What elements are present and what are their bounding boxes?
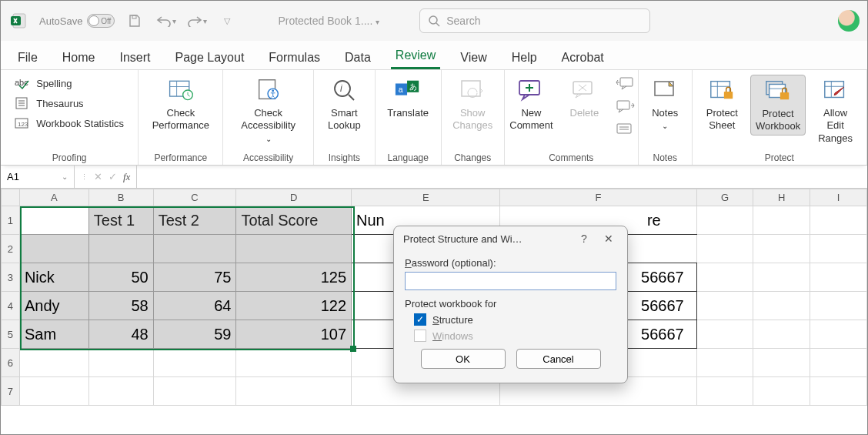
cell[interactable] <box>88 377 153 406</box>
autosave-toggle[interactable]: AutoSave Off <box>39 14 115 28</box>
cell[interactable] <box>753 292 810 320</box>
filename[interactable]: Protected Book 1.... ▾ <box>278 15 379 27</box>
cell[interactable]: 50 <box>88 263 153 292</box>
cell[interactable] <box>236 235 352 263</box>
password-input[interactable] <box>405 272 616 290</box>
cell[interactable] <box>753 263 810 292</box>
cell[interactable]: Nick <box>19 263 88 292</box>
cell[interactable] <box>696 320 753 349</box>
cell[interactable]: 59 <box>153 320 236 349</box>
col-header[interactable]: G <box>696 189 753 206</box>
cancel-button[interactable]: Cancel <box>516 349 601 369</box>
cell[interactable] <box>753 349 810 377</box>
cell[interactable]: Test 1 <box>88 206 153 235</box>
cell[interactable] <box>236 377 352 406</box>
tab-formulas[interactable]: Formulas <box>264 46 325 69</box>
cell[interactable]: 58 <box>88 292 153 320</box>
show-comments-button[interactable] <box>614 121 637 138</box>
cell[interactable] <box>753 206 810 235</box>
cell[interactable] <box>696 349 753 377</box>
cell[interactable] <box>753 377 810 406</box>
row-header[interactable]: 1 <box>2 206 20 235</box>
translate-button[interactable]: aあ Translate <box>382 75 433 121</box>
dialog-help-button[interactable]: ? <box>575 233 593 245</box>
cancel-formula-icon[interactable]: ✕ <box>94 171 102 182</box>
smart-lookup-button[interactable]: i Smart Lookup <box>323 75 366 134</box>
cell[interactable]: 125 <box>236 263 352 292</box>
cell[interactable] <box>810 292 867 320</box>
search-box[interactable]: Search <box>419 8 650 33</box>
spelling-button[interactable]: abcSpelling <box>13 75 73 92</box>
tab-page-layout[interactable]: Page Layout <box>170 46 249 69</box>
cell[interactable] <box>753 320 810 349</box>
row-header[interactable]: 7 <box>2 377 20 406</box>
cell[interactable] <box>236 349 352 377</box>
cell[interactable] <box>810 235 867 263</box>
user-avatar[interactable] <box>838 10 860 32</box>
row-header[interactable]: 3 <box>2 263 20 292</box>
cell[interactable] <box>696 263 753 292</box>
col-header[interactable]: E <box>352 189 500 206</box>
col-header[interactable]: F <box>500 189 696 206</box>
col-header[interactable]: A <box>19 189 88 206</box>
tab-acrobat[interactable]: Acrobat <box>557 46 609 69</box>
cell[interactable] <box>19 377 88 406</box>
row-header[interactable]: 6 <box>2 349 20 377</box>
tab-data[interactable]: Data <box>340 46 376 69</box>
cell[interactable] <box>696 206 753 235</box>
cell[interactable]: 64 <box>153 292 236 320</box>
cell[interactable] <box>810 377 867 406</box>
cell[interactable] <box>19 349 88 377</box>
check-performance-button[interactable]: Check Performance <box>148 75 214 134</box>
cell[interactable] <box>153 377 236 406</box>
cell[interactable] <box>753 235 810 263</box>
qat-overflow[interactable]: ▽ <box>216 10 238 32</box>
col-header[interactable]: I <box>810 189 867 206</box>
cell[interactable] <box>810 320 867 349</box>
undo-icon[interactable]: ▾ <box>155 10 176 32</box>
fx-icon[interactable]: fx <box>123 171 130 183</box>
protect-sheet-button[interactable]: Protect Sheet <box>702 75 743 134</box>
allow-edit-ranges-button[interactable]: Allow Edit Ranges <box>813 75 857 146</box>
dialog-close-button[interactable]: ✕ <box>599 233 618 245</box>
cell[interactable] <box>696 292 753 320</box>
toggle-switch[interactable]: Off <box>87 14 115 28</box>
protect-workbook-button[interactable]: Protect Workbook <box>750 75 806 136</box>
redo-icon[interactable]: ▾ <box>185 10 207 32</box>
prev-comment-button[interactable] <box>614 75 637 92</box>
col-header[interactable]: H <box>753 189 810 206</box>
cell[interactable]: Test 2 <box>153 206 236 235</box>
cell[interactable]: 107 <box>236 320 352 349</box>
cell[interactable] <box>19 206 88 235</box>
thesaurus-button[interactable]: Thesaurus <box>13 95 85 112</box>
next-comment-button[interactable] <box>614 98 637 115</box>
cell[interactable] <box>696 377 753 406</box>
ok-button[interactable]: OK <box>421 349 506 369</box>
tab-home[interactable]: Home <box>58 46 100 69</box>
tab-review[interactable]: Review <box>391 44 440 69</box>
cell[interactable]: 48 <box>88 320 153 349</box>
row-header[interactable]: 4 <box>2 292 20 320</box>
cell[interactable]: 122 <box>236 292 352 320</box>
name-box[interactable]: A1⌄ <box>1 166 75 188</box>
structure-checkbox[interactable]: ✓ Structure <box>414 313 616 326</box>
cell[interactable] <box>810 206 867 235</box>
cell[interactable]: 75 <box>153 263 236 292</box>
cell[interactable]: Sam <box>19 320 88 349</box>
enter-formula-icon[interactable]: ✓ <box>108 171 117 182</box>
select-all-corner[interactable] <box>2 189 20 206</box>
tab-help[interactable]: Help <box>507 46 542 69</box>
workbook-statistics-button[interactable]: 123Workbook Statistics <box>13 115 125 132</box>
notes-button[interactable]: Notes⌄ <box>646 75 683 134</box>
check-accessibility-button[interactable]: Check Accessibility ⌄ <box>232 75 304 146</box>
cell[interactable] <box>19 235 88 263</box>
tab-insert[interactable]: Insert <box>115 46 155 69</box>
cell[interactable] <box>88 349 153 377</box>
new-comment-button[interactable]: New Comment <box>505 75 557 134</box>
cell[interactable] <box>88 235 153 263</box>
cell[interactable] <box>810 263 867 292</box>
cell[interactable]: Total Score <box>236 206 352 235</box>
cell[interactable] <box>153 235 236 263</box>
cell[interactable]: Andy <box>19 292 88 320</box>
row-header[interactable]: 2 <box>2 235 20 263</box>
